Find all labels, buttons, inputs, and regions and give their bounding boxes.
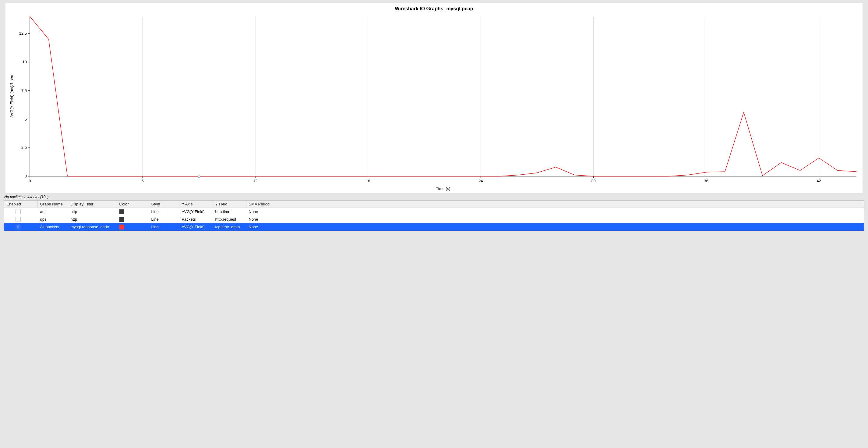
svg-text:18: 18 xyxy=(366,179,370,183)
enabled-checkbox[interactable] xyxy=(16,209,21,214)
svg-text:7.5: 7.5 xyxy=(21,88,27,93)
svg-text:12: 12 xyxy=(253,179,257,183)
cell-yaxis[interactable]: AVG(Y Field) xyxy=(179,208,213,216)
color-swatch[interactable] xyxy=(119,210,124,214)
svg-text:30: 30 xyxy=(591,179,595,183)
table-row[interactable]: ✓All packetsmysql.response_codeLineAVG(Y… xyxy=(4,223,864,231)
svg-text:6: 6 xyxy=(141,179,144,183)
cell-style[interactable]: Line xyxy=(149,208,179,216)
col-color[interactable]: Color xyxy=(117,200,149,208)
color-swatch[interactable] xyxy=(119,225,124,229)
table-header-row[interactable]: Enabled Graph Name Display Filter Color … xyxy=(4,200,864,208)
cell-sma[interactable]: None xyxy=(246,216,864,223)
cell-style[interactable]: Line xyxy=(149,223,179,231)
svg-text:2.5: 2.5 xyxy=(21,145,27,150)
col-yaxis[interactable]: Y Axis xyxy=(179,200,213,208)
svg-text:Time (s): Time (s) xyxy=(436,186,450,191)
io-graph-window: Wireshark IO Graphs: mysql.pcap 02.557.5… xyxy=(0,0,868,231)
svg-text:0: 0 xyxy=(25,174,27,178)
svg-text:AVG(Y Field) (ms)/1 sec: AVG(Y Field) (ms)/1 sec xyxy=(9,75,14,118)
cell-sma[interactable]: None xyxy=(246,223,864,231)
col-enabled[interactable]: Enabled xyxy=(4,200,37,208)
hover-point xyxy=(198,175,200,178)
enabled-checkbox[interactable] xyxy=(16,217,21,222)
status-text: No packets in interval (10s). xyxy=(0,193,868,200)
col-name[interactable]: Graph Name xyxy=(37,200,68,208)
svg-text:0: 0 xyxy=(29,179,31,183)
col-yfield[interactable]: Y Field xyxy=(213,200,246,208)
col-style[interactable]: Style xyxy=(149,200,179,208)
table-row[interactable]: qpshttpLinePacketshttp.requestNone xyxy=(4,216,864,223)
svg-text:10: 10 xyxy=(23,60,27,64)
enabled-checkbox[interactable]: ✓ xyxy=(16,224,21,229)
cell-graph-name[interactable]: qps xyxy=(37,216,68,223)
cell-yfield[interactable]: tcp.time_delta xyxy=(213,223,246,231)
cell-graph-name[interactable]: art xyxy=(37,208,68,216)
color-swatch[interactable] xyxy=(119,217,124,222)
svg-text:36: 36 xyxy=(704,179,708,183)
col-filter[interactable]: Display Filter xyxy=(68,200,117,208)
cell-sma[interactable]: None xyxy=(246,208,864,216)
cell-graph-name[interactable]: All packets xyxy=(37,223,68,231)
cell-yaxis[interactable]: AVG(Y Field) xyxy=(179,223,213,231)
chart-title: Wireshark IO Graphs: mysql.pcap xyxy=(5,3,863,13)
svg-text:42: 42 xyxy=(816,179,821,183)
svg-text:12.5: 12.5 xyxy=(19,31,27,36)
col-sma[interactable]: SMA Period xyxy=(246,200,864,208)
cell-yfield[interactable]: http.time xyxy=(213,208,246,216)
cell-yfield[interactable]: http.request xyxy=(213,216,246,223)
chart-panel: Wireshark IO Graphs: mysql.pcap 02.557.5… xyxy=(5,3,863,193)
cell-style[interactable]: Line xyxy=(149,216,179,223)
graph-config-table[interactable]: Enabled Graph Name Display Filter Color … xyxy=(4,200,864,231)
cell-display-filter[interactable]: http xyxy=(68,216,117,223)
svg-text:24: 24 xyxy=(478,179,483,183)
chart-svg[interactable]: 02.557.51012.506121824303642Time (s)AVG(… xyxy=(5,13,863,193)
svg-text:5: 5 xyxy=(25,117,27,122)
table-row[interactable]: arthttpLineAVG(Y Field)http.timeNone xyxy=(4,208,864,216)
cell-yaxis[interactable]: Packets xyxy=(179,216,213,223)
cell-display-filter[interactable]: http xyxy=(68,208,117,216)
cell-display-filter[interactable]: mysql.response_code xyxy=(68,223,117,231)
chart-area[interactable]: 02.557.51012.506121824303642Time (s)AVG(… xyxy=(5,13,863,193)
